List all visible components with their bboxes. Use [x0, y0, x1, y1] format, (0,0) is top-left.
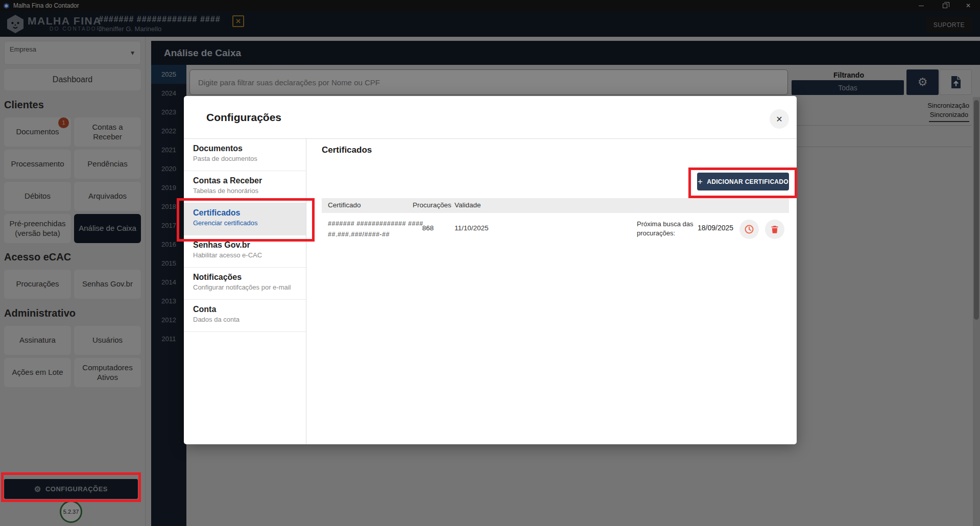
nav-item-subtitle: Pasta de documentos — [193, 155, 302, 162]
delete-certificate-button[interactable] — [765, 220, 784, 239]
procuracoes-count: 868 — [413, 224, 443, 232]
nav-item-conta[interactable]: Conta Dados da conta — [184, 300, 306, 332]
close-icon: ✕ — [776, 114, 782, 124]
nav-item-subtitle: Configurar notifcações por e-mail — [193, 283, 302, 291]
nav-item-title: Contas a Receber — [193, 176, 302, 185]
modal-title: Configurações — [206, 111, 281, 124]
modal-close-button[interactable]: ✕ — [770, 109, 789, 129]
certificate-name-masked: ####### ############# #### ##.###.###/##… — [328, 219, 423, 240]
certificate-line1: ####### ############# #### — [328, 219, 423, 229]
certificate-line2: ##.###.###/####-## — [328, 229, 423, 240]
clock-icon — [744, 224, 754, 234]
nav-item-title: Senhas Gov.br — [193, 241, 302, 250]
nav-item-title: Conta — [193, 305, 302, 314]
next-search-date: 18/09/2025 — [698, 224, 733, 232]
highlight-annotation-configuracoes — [1, 472, 141, 502]
highlight-annotation-certificados-nav — [177, 198, 315, 242]
column-header-certificado: Certificado — [328, 201, 361, 209]
next-search-label: Próxima busca das procurações: — [637, 220, 695, 238]
nav-item-title: Documentos — [193, 144, 302, 153]
settings-nav: Documentos Pasta de documentos Contas a … — [184, 139, 306, 444]
validade-date: 11/10/2025 — [455, 224, 489, 232]
nav-item-subtitle: Dados da conta — [193, 316, 302, 323]
schedule-search-button[interactable] — [739, 220, 759, 239]
nav-item-subtitle: Habilitar acesso e-CAC — [193, 251, 302, 259]
settings-modal: Configurações ✕ Documentos Pasta de docu… — [184, 96, 797, 444]
nav-item-notificacoes[interactable]: Notificações Configurar notifcações por … — [184, 268, 306, 300]
certificate-row: ####### ############# #### ##.###.###/##… — [322, 213, 789, 245]
trash-icon — [770, 225, 779, 234]
highlight-annotation-add-certificate — [688, 168, 797, 198]
certificates-heading: Certificados — [322, 145, 372, 155]
modal-header: Configurações ✕ — [184, 96, 797, 139]
column-header-procuracoes: Procurações — [413, 201, 451, 209]
certificates-table-header: Certificado Procurações Validade — [322, 198, 789, 213]
nav-item-documentos[interactable]: Documentos Pasta de documentos — [184, 139, 306, 171]
column-header-validade: Validade — [455, 201, 481, 209]
nav-item-subtitle: Tabelas de honorários — [193, 187, 302, 195]
nav-item-title: Notificações — [193, 273, 302, 282]
